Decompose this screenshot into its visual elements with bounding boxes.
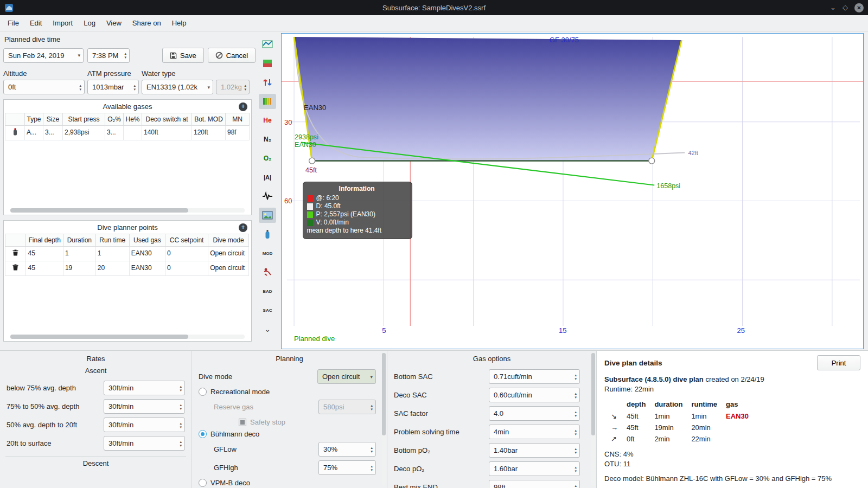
time-spinner[interactable]: 7:38 PM ▴▾ [87,48,130,63]
menu-log[interactable]: Log [78,16,101,30]
temperature-icon[interactable] [259,75,276,90]
scrollbar-thumb[interactable] [10,208,188,213]
delete-point-icon[interactable] [5,261,26,275]
menu-help[interactable]: Help [167,16,192,30]
ascent-rate-spinner[interactable]: 30ft/min ▴▾ [104,436,185,451]
sac-icon[interactable]: SAC [259,303,276,318]
vertical-scrollbar[interactable] [591,353,595,486]
spinner-arrows[interactable]: ▴▾ [572,391,577,399]
planner-point-row[interactable]: 45 1 1 EAN30 0 Open circuit [5,247,249,261]
water-type-select[interactable]: EN13319 (1.02k ▾ [142,80,213,94]
col-final-depth[interactable]: Final depth [26,234,63,247]
horizontal-scrollbar[interactable] [10,335,245,339]
cancel-button[interactable]: Cancel [208,48,256,63]
spinner-arrows[interactable]: ▴▾ [572,428,577,436]
deco-po2-spinner[interactable]: 1.60bar ▴▾ [489,461,580,476]
ceiling-icon[interactable] [259,56,276,71]
spin-down-icon[interactable]: ▾ [124,55,126,59]
ead-icon[interactable]: EAD [259,284,276,299]
col-cc-setpoint[interactable]: CC setpoint [165,234,208,247]
heart-rate-icon[interactable] [259,189,276,204]
add-gas-button[interactable]: + [239,102,247,111]
po2-graph-icon[interactable] [259,37,276,52]
spinner-arrows[interactable]: ▴▾ [177,440,182,447]
delete-point-icon[interactable] [5,247,26,261]
date-select[interactable]: Sun Feb 24, 2019 ▾ [3,48,84,63]
menu-edit[interactable]: Edit [24,16,47,30]
print-button[interactable]: Print [817,355,860,370]
minimize-icon[interactable]: ⌄ [830,3,836,12]
cylinder-use-icon[interactable] [5,126,25,140]
menu-file[interactable]: File [2,16,24,30]
bottom-po2-spinner[interactable]: 1.40bar ▴▾ [489,443,580,458]
gflow-spinner[interactable]: 30% ▴▾ [318,442,376,457]
col-duration[interactable]: Duration [63,234,95,247]
scrollbar-thumb[interactable] [10,335,188,339]
col-mnd[interactable]: MN [226,113,250,126]
col-o2[interactable]: O₂% [105,113,124,126]
horizontal-scrollbar[interactable] [10,208,245,213]
col-start-press[interactable]: Start press [63,113,105,126]
dive-profile-chart[interactable]: GF 30/75 EAN30 2938psi EAN30 45ft 42ft 1… [281,33,864,349]
spin-up-icon[interactable]: ▴ [124,52,126,55]
planner-point-row[interactable]: 45 19 20 EAN30 0 Open circuit [5,261,249,275]
ascent-rate-spinner[interactable]: 30ft/min ▴▾ [104,418,185,432]
spinner-arrows[interactable]: ▴▾ [177,403,182,410]
mod-icon[interactable]: MOD [259,246,276,261]
planner-handle[interactable] [649,158,655,164]
tissues-icon[interactable] [259,94,276,109]
spinner-arrows[interactable]: ▴▾ [131,84,136,91]
nitrogen-icon[interactable]: N₂ [259,132,276,147]
ascent-rate-spinner[interactable]: 30ft/min ▴▾ [104,381,185,395]
safety-stop-checkbox[interactable] [239,419,246,426]
spinner-arrows[interactable]: ▴▾ [572,484,577,488]
menu-view[interactable]: View [101,16,127,30]
sac-factor-spinner[interactable]: 4.0 ▴▾ [489,406,580,421]
dive-mode-select[interactable]: Open circuit ▾ [317,369,376,384]
tank-pressure-icon[interactable] [259,227,276,242]
altitude-spinner[interactable]: 0ft ▴▾ [3,80,85,94]
spinner-arrows[interactable]: ▴▾ [76,84,81,91]
problem-solving-time-spinner[interactable]: 4min ▴▾ [489,425,580,439]
spinner-arrows[interactable]: ▴▾ [572,373,577,381]
col-type[interactable]: Type [25,113,43,126]
add-point-button[interactable]: + [239,223,247,232]
col-deco-switch[interactable]: Deco switch at [142,113,192,126]
spinner-arrows[interactable]: ▴▾ [572,447,577,454]
scroll-down-icon[interactable]: ⌄ [259,322,276,337]
scrollbar-thumb[interactable] [382,353,386,435]
dc-ceiling-icon[interactable] [259,265,276,280]
col-he[interactable]: He% [124,113,142,126]
col-used-gas[interactable]: Used gas [129,234,165,247]
oxygen-icon[interactable]: O₂ [259,151,276,166]
menu-share-on[interactable]: Share on [127,16,167,30]
helium-icon[interactable]: He [259,113,276,128]
col-icon[interactable] [5,234,26,247]
col-dive-mode[interactable]: Dive mode [208,234,249,247]
titlebar[interactable]: Subsurface: SampleDivesV2.ssrf ⌄ ◇ ✕ [0,0,868,15]
spinner-arrows[interactable]: ▴▾ [368,464,373,472]
spinner-arrows[interactable]: ▴▾ [177,421,182,429]
gas-row[interactable]: A... 3... 2,938psi 3... 140ft 120ft 98f [5,126,250,140]
spinner-arrows[interactable]: ▴▾ [572,465,577,473]
best-mix-end-spinner[interactable]: 98ft ▴▾ [489,480,580,488]
spinner-arrows[interactable]: ▴▾ [177,384,182,392]
spinner-arrows[interactable]: ▴▾ [572,410,577,418]
col-run-time[interactable]: Run time [95,234,129,247]
save-button[interactable]: Save [162,48,204,63]
col-bot-mod[interactable]: Bot. MOD [192,113,226,126]
menu-import[interactable]: Import [47,16,78,30]
col-size[interactable]: Size [43,113,63,126]
spinner-arrows[interactable]: ▴▾ [122,52,126,59]
maximize-icon[interactable]: ◇ [843,3,848,12]
vertical-scrollbar[interactable] [382,353,386,486]
bottom-sac-spinner[interactable]: 0.71cuft/min ▴▾ [489,369,580,384]
planner-handle[interactable] [309,158,315,164]
deco-sac-spinner[interactable]: 0.60cuft/min ▴▾ [489,388,580,402]
scrollbar-thumb[interactable] [591,353,595,435]
vpmb-deco-radio[interactable] [199,479,207,487]
ruler-icon[interactable]: |A| [259,170,276,185]
gfhigh-spinner[interactable]: 75% ▴▾ [318,460,376,475]
recreational-mode-radio[interactable] [199,388,207,396]
close-icon[interactable]: ✕ [854,3,864,12]
